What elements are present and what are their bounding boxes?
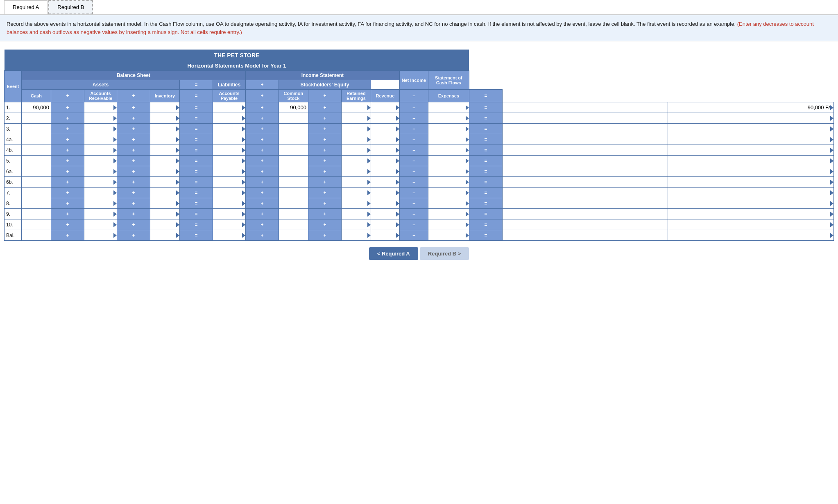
revenue-cell-0[interactable] (371, 102, 399, 113)
cash-flows-cell-7[interactable] (668, 177, 834, 188)
cs-cell-7[interactable] (279, 177, 308, 188)
cs-cell-11[interactable] (279, 219, 308, 230)
cash-flows-cell-2[interactable] (668, 124, 834, 134)
inventory-cell-0[interactable] (150, 102, 179, 113)
re-cell-6[interactable] (341, 166, 371, 177)
re-cell-5[interactable] (341, 156, 371, 166)
revenue-cell-2[interactable] (371, 124, 399, 134)
net-income-cell-5[interactable] (502, 156, 668, 166)
cash-cell-3[interactable] (22, 134, 51, 145)
cash-flows-cell-0[interactable]: 90,000 FA (668, 102, 834, 113)
re-cell-2[interactable] (341, 124, 371, 134)
inventory-cell-1[interactable] (150, 113, 179, 124)
ar-cell-7[interactable] (84, 177, 117, 188)
cash-cell-6[interactable] (22, 166, 51, 177)
ar-cell-12[interactable] (84, 230, 117, 241)
ap-cell-5[interactable] (213, 156, 245, 166)
inventory-cell-9[interactable] (150, 198, 179, 209)
cs-cell-5[interactable] (279, 156, 308, 166)
cash-flows-cell-4[interactable] (668, 145, 834, 156)
net-income-cell-11[interactable] (502, 219, 668, 230)
re-cell-0[interactable] (341, 102, 371, 113)
ar-cell-8[interactable] (84, 188, 117, 198)
ap-cell-8[interactable] (213, 188, 245, 198)
cash-flows-cell-6[interactable] (668, 166, 834, 177)
expenses-cell-4[interactable] (428, 145, 469, 156)
re-cell-9[interactable] (341, 198, 371, 209)
inventory-cell-10[interactable] (150, 209, 179, 219)
revenue-cell-4[interactable] (371, 145, 399, 156)
expenses-cell-7[interactable] (428, 177, 469, 188)
re-cell-7[interactable] (341, 177, 371, 188)
cash-cell-11[interactable] (22, 219, 51, 230)
inventory-cell-4[interactable] (150, 145, 179, 156)
expenses-cell-12[interactable] (428, 230, 469, 241)
net-income-cell-2[interactable] (502, 124, 668, 134)
revenue-cell-7[interactable] (371, 177, 399, 188)
cash-cell-1[interactable] (22, 113, 51, 124)
cash-cell-12[interactable] (22, 230, 51, 241)
cash-flows-cell-11[interactable] (668, 219, 834, 230)
inventory-cell-8[interactable] (150, 188, 179, 198)
inventory-cell-12[interactable] (150, 230, 179, 241)
net-income-cell-12[interactable] (502, 230, 668, 241)
re-cell-1[interactable] (341, 113, 371, 124)
re-cell-3[interactable] (341, 134, 371, 145)
cash-flows-cell-10[interactable] (668, 209, 834, 219)
tab-required-a[interactable]: Required A (4, 0, 48, 14)
expenses-cell-8[interactable] (428, 188, 469, 198)
revenue-cell-5[interactable] (371, 156, 399, 166)
cash-cell-4[interactable] (22, 145, 51, 156)
ap-cell-3[interactable] (213, 134, 245, 145)
cash-flows-cell-1[interactable] (668, 113, 834, 124)
re-cell-8[interactable] (341, 188, 371, 198)
ap-cell-9[interactable] (213, 198, 245, 209)
cs-cell-6[interactable] (279, 166, 308, 177)
inventory-cell-6[interactable] (150, 166, 179, 177)
net-income-cell-0[interactable] (502, 102, 668, 113)
prev-button[interactable]: < Required A (369, 247, 418, 260)
expenses-cell-6[interactable] (428, 166, 469, 177)
ar-cell-5[interactable] (84, 156, 117, 166)
re-cell-12[interactable] (341, 230, 371, 241)
inventory-cell-11[interactable] (150, 219, 179, 230)
ap-cell-2[interactable] (213, 124, 245, 134)
net-income-cell-3[interactable] (502, 134, 668, 145)
ap-cell-10[interactable] (213, 209, 245, 219)
re-cell-10[interactable] (341, 209, 371, 219)
ar-cell-11[interactable] (84, 219, 117, 230)
cash-cell-10[interactable] (22, 209, 51, 219)
ar-cell-10[interactable] (84, 209, 117, 219)
cash-flows-cell-3[interactable] (668, 134, 834, 145)
ap-cell-1[interactable] (213, 113, 245, 124)
cs-cell-0[interactable]: 90,000 (279, 102, 308, 113)
re-cell-4[interactable] (341, 145, 371, 156)
expenses-cell-9[interactable] (428, 198, 469, 209)
cs-cell-8[interactable] (279, 188, 308, 198)
cash-cell-9[interactable] (22, 198, 51, 209)
ap-cell-7[interactable] (213, 177, 245, 188)
ar-cell-4[interactable] (84, 145, 117, 156)
cash-cell-8[interactable] (22, 188, 51, 198)
revenue-cell-10[interactable] (371, 209, 399, 219)
revenue-cell-9[interactable] (371, 198, 399, 209)
cash-flows-cell-8[interactable] (668, 188, 834, 198)
next-button[interactable]: Required B > (420, 247, 469, 260)
expenses-cell-11[interactable] (428, 219, 469, 230)
net-income-cell-9[interactable] (502, 198, 668, 209)
inventory-cell-5[interactable] (150, 156, 179, 166)
tab-required-b[interactable]: Required B (48, 0, 93, 14)
ap-cell-12[interactable] (213, 230, 245, 241)
ar-cell-3[interactable] (84, 134, 117, 145)
ap-cell-4[interactable] (213, 145, 245, 156)
expenses-cell-10[interactable] (428, 209, 469, 219)
expenses-cell-0[interactable] (428, 102, 469, 113)
net-income-cell-4[interactable] (502, 145, 668, 156)
ar-cell-6[interactable] (84, 166, 117, 177)
cs-cell-10[interactable] (279, 209, 308, 219)
net-income-cell-1[interactable] (502, 113, 668, 124)
cash-flows-cell-5[interactable] (668, 156, 834, 166)
net-income-cell-10[interactable] (502, 209, 668, 219)
inventory-cell-2[interactable] (150, 124, 179, 134)
net-income-cell-8[interactable] (502, 188, 668, 198)
